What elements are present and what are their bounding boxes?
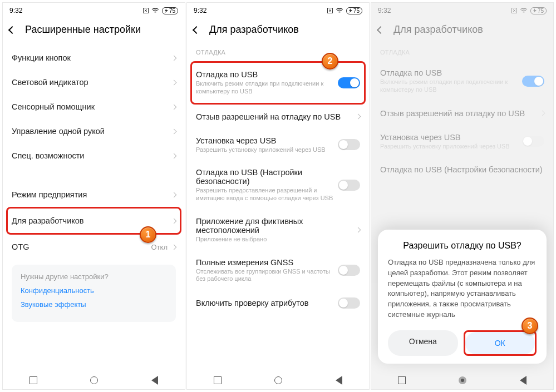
chevron-left-icon	[377, 26, 385, 33]
battery-icon: 75	[162, 7, 178, 14]
header: Расширенные настройки	[3, 16, 185, 46]
row-usb-debug: Отладка по USBВключить режим отладки при…	[380, 61, 544, 101]
status-time: 9:32	[378, 7, 391, 14]
wifi-icon	[151, 8, 159, 13]
row-usb-security[interactable]: Отладка по USB (Настройки безопасности)Р…	[196, 161, 360, 210]
phone-3: 9:32 75 Для разработчиков ОТЛАДКА Отладк…	[371, 2, 554, 390]
usb-debug-toggle	[522, 76, 544, 87]
header: Для разработчиков	[187, 16, 369, 46]
row-mock-location[interactable]: Приложение для фиктивных местоположенийП…	[196, 210, 360, 251]
status-bar: 9:32 75	[187, 3, 369, 16]
nav-home-icon[interactable]	[459, 376, 466, 384]
row-usb-debug[interactable]: Отладка по USBВключить режим отладки при…	[196, 63, 360, 103]
battery-icon: 75	[346, 7, 362, 14]
usb-security-toggle[interactable]	[338, 180, 360, 191]
row-one-hand[interactable]: Управление одной рукой	[12, 119, 176, 143]
gnss-toggle[interactable]	[338, 265, 360, 276]
row-revoke-auth: Отзыв разрешений на отладку по USB	[380, 101, 544, 126]
status-icons: 75	[143, 7, 178, 14]
nav-recents-icon[interactable]	[29, 376, 37, 384]
battery-icon: 75	[530, 7, 547, 14]
chevron-right-icon	[171, 104, 177, 110]
row-enterprise[interactable]: Режим предприятия	[12, 182, 176, 207]
chevron-right-icon	[540, 111, 545, 116]
back-button[interactable]	[9, 27, 15, 33]
developer-list[interactable]: ОТЛАДКА Отладка по USBВключить режим отл…	[187, 46, 369, 370]
header: Для разработчиков	[371, 16, 553, 46]
row-install-usb[interactable]: Установка через USBРазрешить установку п…	[196, 129, 360, 161]
nav-bar	[187, 370, 369, 389]
nav-recents-icon[interactable]	[214, 376, 222, 384]
chevron-right-icon	[171, 218, 177, 224]
phone-2: 9:32 75 Для разработчиков ОТЛАДКА Отладк…	[186, 2, 370, 390]
status-bar: 9:32 75	[371, 3, 553, 16]
chevron-right-icon	[171, 55, 177, 61]
row-gnss[interactable]: Полные измерения GNSSОтслеживать все гру…	[196, 251, 360, 291]
usb-debug-toggle[interactable]	[338, 77, 360, 88]
other-settings-card: Нужны другие настройки? Конфиденциальнос…	[12, 265, 176, 322]
card-question: Нужны другие настройки?	[21, 272, 167, 281]
row-touch-assistant[interactable]: Сенсорный помощник	[12, 95, 176, 119]
dialog-body: Отладка по USB предназначена только для …	[388, 257, 537, 320]
step-marker-1: 1	[140, 226, 156, 243]
nav-back-icon[interactable]	[520, 376, 527, 385]
row-install-usb: Установка через USBРазрешить установку п…	[380, 126, 544, 158]
nav-back-icon[interactable]	[151, 376, 158, 385]
nav-home-icon[interactable]	[90, 376, 98, 384]
usb-debug-dialog: Разрешить отладку по USB? Отладка по USB…	[378, 230, 547, 364]
ok-button[interactable]: ОК	[465, 332, 535, 354]
back-button[interactable]	[194, 27, 199, 33]
install-usb-toggle[interactable]	[338, 139, 360, 150]
chevron-right-icon	[171, 192, 177, 197]
attributes-toggle[interactable]	[338, 297, 360, 309]
chevron-right-icon	[171, 128, 177, 134]
status-time: 9:32	[194, 7, 206, 14]
highlight-box: Отладка по USBВключить режим отладки при…	[190, 61, 366, 105]
row-button-functions[interactable]: Функции кнопок	[12, 46, 176, 70]
wifi-icon	[520, 8, 528, 13]
status-bar: 9:32 75	[3, 3, 185, 16]
status-time: 9:32	[9, 7, 22, 14]
section-debug: ОТЛАДКА	[380, 49, 544, 56]
row-attributes[interactable]: Включить проверку атрибутов	[196, 290, 360, 316]
row-usb-security: Отладка по USB (Настройки безопасности)	[380, 157, 544, 182]
install-usb-toggle	[522, 136, 544, 147]
status-icons: 75	[327, 7, 362, 14]
nav-home-icon[interactable]	[274, 376, 282, 384]
page-title: Расширенные настройки	[25, 24, 141, 36]
page-title: Для разработчиков	[393, 24, 483, 36]
phone-1: 9:32 75 Расширенные настройки Функции кн…	[2, 2, 185, 390]
chevron-right-icon	[171, 153, 177, 158]
row-revoke-auth[interactable]: Отзыв разрешений на отладку по USB	[196, 105, 360, 129]
dialog-title: Разрешить отладку по USB?	[388, 241, 537, 251]
row-light-indicator[interactable]: Световой индикатор	[12, 70, 176, 95]
back-button[interactable]	[378, 27, 383, 33]
chevron-right-icon	[171, 244, 177, 250]
chevron-right-icon	[356, 114, 361, 120]
nav-bar	[371, 370, 553, 389]
dialog-overlay: Разрешить отладку по USB? Отладка по USB…	[371, 230, 553, 389]
page-title: Для разработчиков	[209, 24, 299, 36]
status-icons: 75	[511, 7, 547, 14]
nav-bar	[3, 370, 185, 389]
step-marker-2: 2	[322, 53, 338, 70]
wifi-icon	[336, 8, 343, 13]
highlight-box: Для разработчиков 1	[6, 207, 181, 235]
close-box-icon	[143, 8, 149, 13]
settings-list[interactable]: Функции кнопок Световой индикатор Сенсор…	[3, 46, 185, 370]
chevron-right-icon	[356, 227, 361, 233]
cancel-button[interactable]: Отмена	[388, 330, 458, 356]
nav-recents-icon[interactable]	[398, 376, 406, 384]
chevron-right-icon	[171, 80, 177, 85]
close-box-icon	[327, 8, 333, 13]
row-accessibility[interactable]: Спец. возможности	[12, 143, 176, 168]
nav-back-icon[interactable]	[336, 376, 342, 385]
chevron-left-icon	[193, 26, 200, 33]
step-marker-3: 3	[521, 317, 538, 334]
link-sound[interactable]: Звуковые эффекты	[21, 300, 167, 309]
link-privacy[interactable]: Конфиденциальность	[21, 286, 167, 295]
close-box-icon	[511, 8, 517, 13]
chevron-left-icon	[8, 26, 16, 33]
